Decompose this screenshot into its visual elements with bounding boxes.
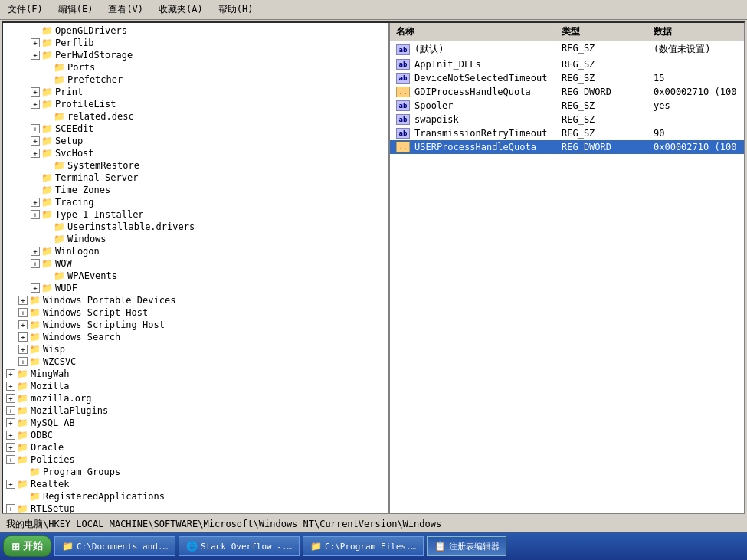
tree-item-SvcHost[interactable]: +📁SvcHost [3,147,388,159]
expand-icon-Setup[interactable]: + [31,136,40,146]
tree-item-ProgramGroups[interactable]: 📁Program Groups [3,466,388,478]
expand-icon-Print[interactable]: + [31,87,40,97]
tree-item-Windows[interactable]: 📁Windows [3,233,388,245]
expand-icon-Realtek[interactable]: + [6,480,15,489]
reg-icon-swapdisk: ab [396,114,410,125]
taskbar-item-explorer[interactable]: 📁C:\Documents and... [54,536,175,556]
tree-item-Wisp[interactable]: +📁Wisp [3,343,388,355]
registry-row-default[interactable]: ab(默认)REG_SZ(数值未设置) [390,41,744,57]
registry-row-TransmissionRetryTimeout[interactable]: abTransmissionRetryTimeoutREG_SZ90 [390,126,744,140]
expand-icon-ProfileList[interactable]: + [31,100,40,109]
reg-data-cell-Spooler: yes [650,100,744,112]
tree-item-Print[interactable]: +📁Print [3,86,388,98]
expand-icon-WindowsScriptHost[interactable]: + [18,308,28,317]
tree-item-WindowsScriptingHost[interactable]: +📁Windows Scripting Host [3,319,388,331]
expand-icon-WUDF[interactable]: + [31,283,40,293]
reg-data-cell-USERProcessHandleQuota: 0x00002710 (100 [650,141,744,153]
registry-row-AppInit_DLLs[interactable]: abAppInit_DLLsREG_SZ [390,57,744,71]
registry-row-GDIProcessHandleQuota[interactable]: ..GDIProcessHandleQuotaREG_DWORD0x000027… [390,85,744,99]
tree-item-Prefetcher[interactable]: 📁Prefetcher [3,74,388,86]
tree-item-Setup[interactable]: +📁Setup [3,135,388,147]
tree-label-Userinstallable.drivers: Userinstallable.drivers [67,221,195,232]
folder-icon-SvcHost: 📁 [41,148,53,159]
start-button[interactable]: ⊞ 开始 [3,535,51,557]
expand-icon-WinLogon[interactable]: + [31,247,40,256]
registry-row-USERProcessHandleQuota[interactable]: ..USERProcessHandleQuotaREG_DWORD0x00002… [390,140,744,154]
tree-item-Policies[interactable]: +📁Policies [3,454,388,466]
menu-edit[interactable]: 编辑(E) [54,2,98,18]
expand-icon-WindowsPortableDevices[interactable]: + [18,296,28,305]
expand-icon-RTLSetup[interactable]: + [6,504,15,513]
menu-favorites[interactable]: 收藏夹(A) [154,2,208,18]
tree-item-ProfileList[interactable]: +📁ProfileList [3,98,388,110]
expand-icon-Perflib[interactable]: + [31,38,40,47]
expand-icon-Wisp[interactable]: + [18,345,28,354]
tree-item-SCEEdit[interactable]: +📁SCEEdit [3,123,388,135]
taskbar-item-stackoverflow[interactable]: 🌐Stack Overflow -... [179,536,300,556]
expand-icon-SvcHost[interactable]: + [31,149,40,158]
expand-icon-Tracing[interactable]: + [31,198,40,207]
tree-item-MozillaPlugins[interactable]: +📁MozillaPlugins [3,404,388,417]
tree-item-Type1Installer[interactable]: +📁Type 1 Installer [3,208,388,221]
tree-item-RegisteredApplications[interactable]: 📁RegisteredApplications [3,490,388,503]
tree-item-Realtek[interactable]: +📁Realtek [3,478,388,490]
tree-item-Userinstallable.drivers[interactable]: 📁Userinstallable.drivers [3,221,388,233]
expand-icon-Policies[interactable]: + [6,455,15,464]
expand-icon-mozilla.org[interactable]: + [6,394,15,403]
tree-item-MySQLAB[interactable]: +📁MySQL AB [3,417,388,429]
tree-item-OpenGLDrivers[interactable]: 📁OpenGLDrivers [3,25,388,37]
tree-item-WOW[interactable]: +📁WOW [3,257,388,270]
tree-item-ODBC[interactable]: +📁ODBC [3,429,388,441]
tree-item-WindowsScriptHost[interactable]: +📁Windows Script Host [3,306,388,319]
registry-row-Spooler[interactable]: abSpoolerREG_SZyes [390,99,744,113]
expand-icon-MozillaPlugins[interactable]: + [6,406,15,415]
expand-icon-WindowsScriptingHost[interactable]: + [18,320,28,329]
tree-item-TimeZones[interactable]: 📁Time Zones [3,184,388,196]
expand-icon-Mozilla[interactable]: + [6,382,15,391]
expand-icon-Oracle[interactable]: + [6,443,15,452]
expand-icon-SCEEdit[interactable]: + [31,124,40,133]
tree-item-WindowsSearch[interactable]: +📁Windows Search [3,331,388,343]
tree-item-Perflib[interactable]: +📁Perflib [3,37,388,49]
expand-icon-WOW[interactable]: + [31,259,40,268]
expand-icon-WindowsSearch[interactable]: + [18,332,28,342]
expand-icon-PerHwIdStorage[interactable]: + [31,51,40,60]
expand-icon-ODBC[interactable]: + [6,431,15,440]
tree-label-WUDF: WUDF [55,283,77,293]
expand-icon-WZCSVC[interactable]: + [18,357,28,366]
expand-icon-MingWah[interactable]: + [6,369,15,378]
expand-icon-MySQLAB[interactable]: + [6,418,15,427]
tree-item-Ports[interactable]: 📁Ports [3,61,388,74]
tree-item-WPAEvents[interactable]: 📁WPAEvents [3,270,388,282]
registry-row-swapdisk[interactable]: abswapdiskREG_SZ [390,113,744,126]
taskbar-label-explorer: C:\Documents and... [77,542,169,552]
tree-item-SystemRestore[interactable]: 📁SystemRestore [3,159,388,172]
taskbar-item-programs[interactable]: 📁C:\Program Files... [303,536,424,556]
folder-icon-WOW: 📁 [41,258,53,269]
expand-placeholder [43,63,52,72]
col-header-type: 类型 [559,25,650,39]
reg-icon-AppInit_DLLs: ab [396,59,410,70]
tree-item-TerminalServer[interactable]: 📁Terminal Server [3,172,388,184]
tree-item-mozilla.org[interactable]: +📁mozilla.org [3,392,388,404]
reg-type-cell-default: REG_SZ [559,42,650,57]
menu-view[interactable]: 查看(V) [103,2,148,18]
tree-item-RTLSetup[interactable]: +📁RTLSetup [3,503,388,513]
tree-item-WZCSVC[interactable]: +📁WZCSVC [3,355,388,368]
tree-item-MingWah[interactable]: +📁MingWah [3,368,388,380]
expand-icon-Type1Installer[interactable]: + [31,210,40,219]
taskbar-item-regedit[interactable]: 📋注册表编辑器 [427,536,506,556]
tree-item-WinLogon[interactable]: +📁WinLogon [3,245,388,257]
menu-file[interactable]: 文件(F) [3,2,48,18]
reg-data-cell-swapdisk [650,113,744,126]
tree-item-WUDF[interactable]: +📁WUDF [3,282,388,294]
tree-item-Oracle[interactable]: +📁Oracle [3,441,388,454]
tree-item-related.desc[interactable]: 📁related.desc [3,110,388,123]
tree-item-WindowsPortableDevices[interactable]: +📁Windows Portable Devices [3,294,388,306]
registry-row-DeviceNotSelectedTimeout[interactable]: abDeviceNotSelectedTimeoutREG_SZ15 [390,71,744,85]
tree-item-Tracing[interactable]: +📁Tracing [3,196,388,208]
tree-item-PerHwIdStorage[interactable]: +📁PerHwIdStorage [3,49,388,61]
menu-help[interactable]: 帮助(H) [214,2,258,18]
tree-item-Mozilla[interactable]: +📁Mozilla [3,380,388,392]
taskbar-label-programs: C:\Program Files... [325,542,417,552]
